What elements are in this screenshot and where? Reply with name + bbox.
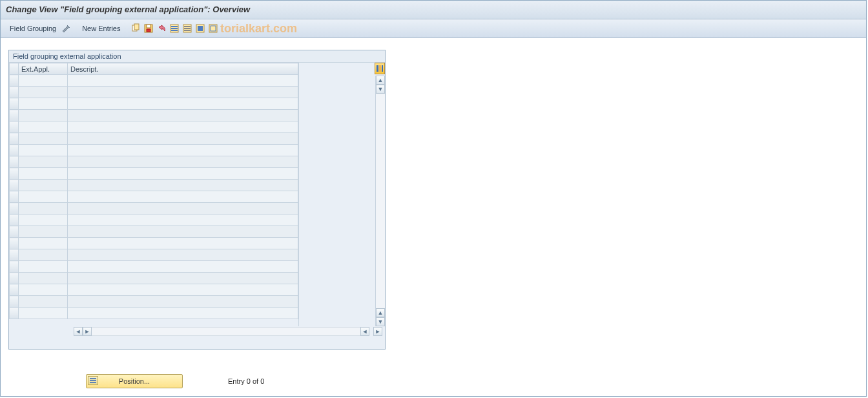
- cell-descript[interactable]: [68, 296, 298, 308]
- row-select-cell[interactable]: [10, 273, 19, 284]
- cell-descript[interactable]: [68, 121, 298, 133]
- deselect-all-icon[interactable]: [182, 23, 192, 34]
- table-row[interactable]: [10, 98, 298, 110]
- cell-ext-appl[interactable]: [19, 284, 68, 296]
- row-select-cell[interactable]: [10, 284, 19, 296]
- row-select-cell[interactable]: [10, 110, 19, 121]
- column-header-select[interactable]: [10, 63, 19, 75]
- copy-icon[interactable]: [130, 23, 141, 34]
- row-select-cell[interactable]: [10, 203, 19, 215]
- cell-descript[interactable]: [68, 226, 298, 238]
- cell-ext-appl[interactable]: [19, 87, 68, 98]
- vertical-scroll-track[interactable]: [376, 94, 385, 308]
- cell-descript[interactable]: [68, 203, 298, 215]
- save-icon[interactable]: [143, 23, 154, 34]
- table-row[interactable]: [10, 226, 298, 238]
- table-row[interactable]: [10, 249, 298, 261]
- row-select-cell[interactable]: [10, 180, 19, 191]
- column-header-ext-appl[interactable]: Ext.Appl.: [19, 63, 68, 75]
- cell-ext-appl[interactable]: [19, 121, 68, 133]
- scroll-right-inner-icon[interactable]: ►: [83, 327, 92, 336]
- cell-ext-appl[interactable]: [19, 203, 68, 215]
- row-select-cell[interactable]: [10, 238, 19, 249]
- table-row[interactable]: [10, 273, 298, 284]
- cell-ext-appl[interactable]: [19, 215, 68, 226]
- row-select-cell[interactable]: [10, 98, 19, 110]
- cell-descript[interactable]: [68, 156, 298, 168]
- row-select-cell[interactable]: [10, 215, 19, 226]
- deselect-block-icon[interactable]: [208, 23, 218, 34]
- row-select-cell[interactable]: [10, 226, 19, 238]
- new-entries-button[interactable]: New Entries: [79, 25, 123, 32]
- cell-ext-appl[interactable]: [19, 110, 68, 121]
- cell-ext-appl[interactable]: [19, 156, 68, 168]
- select-block-icon[interactable]: [195, 23, 205, 34]
- cell-descript[interactable]: [68, 191, 298, 203]
- row-select-cell[interactable]: [10, 296, 19, 308]
- configure-columns-icon[interactable]: [375, 63, 385, 74]
- cell-descript[interactable]: [68, 168, 298, 180]
- cell-ext-appl[interactable]: [19, 191, 68, 203]
- cell-ext-appl[interactable]: [19, 226, 68, 238]
- table-row[interactable]: [10, 156, 298, 168]
- table-row[interactable]: [10, 203, 298, 215]
- cell-ext-appl[interactable]: [19, 168, 68, 180]
- cell-ext-appl[interactable]: [19, 75, 68, 87]
- vertical-scrollbar[interactable]: ▲ ▼ ▲ ▼: [375, 76, 385, 326]
- row-select-cell[interactable]: [10, 261, 19, 273]
- table-row[interactable]: [10, 75, 298, 87]
- cell-ext-appl[interactable]: [19, 180, 68, 191]
- cell-descript[interactable]: [68, 145, 298, 156]
- cell-ext-appl[interactable]: [19, 133, 68, 145]
- row-select-cell[interactable]: [10, 75, 19, 87]
- row-select-cell[interactable]: [10, 168, 19, 180]
- table-row[interactable]: [10, 133, 298, 145]
- data-table[interactable]: Ext.Appl. Descript.: [9, 63, 298, 319]
- row-select-cell[interactable]: [10, 87, 19, 98]
- scroll-right-icon[interactable]: ►: [373, 327, 382, 336]
- cell-descript[interactable]: [68, 180, 298, 191]
- cell-ext-appl[interactable]: [19, 98, 68, 110]
- cell-descript[interactable]: [68, 238, 298, 249]
- pencil-toggle-icon[interactable]: [61, 23, 72, 34]
- column-header-descript[interactable]: Descript.: [68, 63, 298, 75]
- table-row[interactable]: [10, 191, 298, 203]
- row-select-cell[interactable]: [10, 249, 19, 261]
- table-row[interactable]: [10, 308, 298, 319]
- cell-descript[interactable]: [68, 133, 298, 145]
- row-select-cell[interactable]: [10, 308, 19, 319]
- cell-descript[interactable]: [68, 261, 298, 273]
- undo-icon[interactable]: [156, 23, 167, 34]
- scroll-left-icon[interactable]: ◄: [74, 327, 83, 336]
- horizontal-scroll-track[interactable]: [92, 327, 360, 336]
- scroll-up-icon[interactable]: ▲: [376, 76, 385, 85]
- cell-descript[interactable]: [68, 87, 298, 98]
- table-row[interactable]: [10, 145, 298, 156]
- table-row[interactable]: [10, 215, 298, 226]
- table-row[interactable]: [10, 284, 298, 296]
- cell-ext-appl[interactable]: [19, 273, 68, 284]
- table-row[interactable]: [10, 180, 298, 191]
- row-select-cell[interactable]: [10, 121, 19, 133]
- cell-descript[interactable]: [68, 215, 298, 226]
- select-all-icon[interactable]: [169, 23, 180, 34]
- cell-ext-appl[interactable]: [19, 238, 68, 249]
- table-row[interactable]: [10, 168, 298, 180]
- table-row[interactable]: [10, 110, 298, 121]
- row-select-cell[interactable]: [10, 133, 19, 145]
- table-row[interactable]: [10, 238, 298, 249]
- cell-descript[interactable]: [68, 273, 298, 284]
- cell-descript[interactable]: [68, 284, 298, 296]
- table-row[interactable]: [10, 121, 298, 133]
- scroll-down-icon[interactable]: ▼: [376, 317, 385, 326]
- cell-descript[interactable]: [68, 75, 298, 87]
- row-select-cell[interactable]: [10, 191, 19, 203]
- scroll-left-inner-icon[interactable]: ◄: [360, 327, 369, 336]
- position-button[interactable]: Position...: [86, 374, 183, 388]
- cell-ext-appl[interactable]: [19, 249, 68, 261]
- cell-ext-appl[interactable]: [19, 296, 68, 308]
- table-row[interactable]: [10, 261, 298, 273]
- horizontal-scrollbar[interactable]: ◄ ► ◄ ►: [9, 326, 385, 337]
- field-grouping-button[interactable]: Field Grouping: [7, 25, 59, 32]
- cell-ext-appl[interactable]: [19, 308, 68, 319]
